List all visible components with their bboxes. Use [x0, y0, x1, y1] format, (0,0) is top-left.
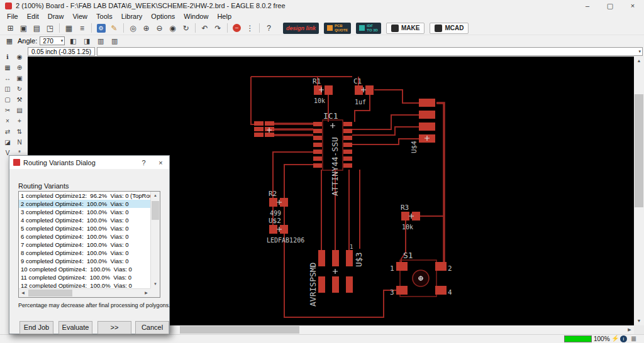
cancel-button[interactable]: Cancel: [135, 321, 169, 334]
change-tool-button[interactable]: ⚒: [14, 94, 25, 104]
layer-stack-icon[interactable]: ≣: [631, 335, 636, 343]
menu-window[interactable]: Window: [179, 13, 213, 20]
display-pair-button-1[interactable]: ▥: [95, 36, 106, 46]
cut-tool-button[interactable]: ✂: [2, 105, 13, 115]
redraw-button[interactable]: ↻: [179, 22, 192, 34]
open-button[interactable]: ⊞: [4, 22, 17, 34]
list-horizontal-scrollbar[interactable]: ◀ ▶: [19, 288, 150, 297]
zoom-in-button[interactable]: ⊕: [140, 22, 153, 34]
group-tool-button[interactable]: ▢: [2, 94, 13, 104]
name-tool-button[interactable]: N: [14, 137, 25, 147]
canvas-vertical-scrollbar[interactable]: ▲ ▼: [634, 57, 644, 325]
scroll-right-icon[interactable]: ▶: [142, 289, 150, 297]
list-rows: 1 completed Optimize12: 96.2% Vias: 0 (T…: [19, 192, 150, 288]
redo-button[interactable]: ↷: [211, 22, 225, 34]
list-vertical-scrollbar[interactable]: ▲ ▼: [150, 192, 160, 288]
grid-toggle-button[interactable]: ▦: [4, 36, 15, 46]
dialog-help-button[interactable]: ?: [135, 156, 152, 169]
list-item[interactable]: 6 completed Optimize4: 100.0% Vias: 0: [19, 232, 150, 241]
design-link-button[interactable]: design link: [283, 23, 319, 34]
lock-tool-button[interactable]: ◪: [2, 137, 13, 147]
paste-tool-button[interactable]: ▤: [14, 105, 25, 115]
vertical-scroll-thumb[interactable]: [635, 94, 643, 207]
end-job-button[interactable]: End Job: [19, 321, 53, 334]
command-input[interactable]: ▾: [97, 47, 643, 56]
drc-button[interactable]: ⚙: [94, 22, 108, 34]
maximize-button[interactable]: ▢: [599, 0, 621, 11]
show-tool-button[interactable]: ◉: [14, 52, 25, 62]
rotate-tool-button[interactable]: ↻: [14, 84, 25, 94]
minimize-button[interactable]: –: [576, 0, 599, 11]
idf-to-3d-button[interactable]: IDF TO 3D: [356, 23, 381, 34]
menu-help[interactable]: Help: [213, 13, 236, 20]
list-item[interactable]: 9 completed Optimize4: 100.0% Vias: 0: [19, 257, 150, 265]
highlight-button[interactable]: ✎: [108, 22, 121, 34]
forward-button[interactable]: >>: [97, 321, 131, 334]
undo-button[interactable]: ↶: [198, 22, 211, 34]
scroll-down-icon[interactable]: ▼: [151, 280, 160, 288]
close-button[interactable]: ×: [621, 0, 644, 11]
layer-settings-button[interactable]: ≡: [75, 22, 89, 34]
list-item[interactable]: 11 completed Optimize4: 100.0% Vias: 0: [19, 273, 150, 281]
export-image-button[interactable]: ◳: [43, 22, 57, 34]
list-item-selected[interactable]: 2 completed Optimize4: 100.0% Vias: 0: [19, 200, 150, 208]
scroll-up-icon[interactable]: ▲: [151, 192, 160, 200]
zoom-out-button[interactable]: ⊖: [153, 22, 166, 34]
angle-select[interactable]: 270 ▾: [40, 36, 65, 45]
dialog-title-bar[interactable]: Routing Variants Dialog ? ×: [9, 156, 169, 169]
mirror-tool-button[interactable]: ◫: [2, 84, 13, 94]
menu-tools[interactable]: Tools: [92, 13, 117, 20]
move-tool-button[interactable]: ↔: [2, 73, 13, 83]
stop-button[interactable]: –: [230, 22, 243, 34]
list-item[interactable]: 7 completed Optimize4: 100.0% Vias: 0: [19, 241, 150, 249]
zoom-select-button[interactable]: ◉: [166, 22, 179, 34]
display-pair-button-2[interactable]: ▥: [109, 36, 120, 46]
list-item[interactable]: 4 completed Optimize4: 100.0% Vias: 0: [19, 216, 150, 224]
list-item[interactable]: 3 completed Optimize4: 100.0% Vias: 0: [19, 208, 150, 216]
scroll-down-icon[interactable]: ▼: [634, 317, 644, 325]
make-button[interactable]: MAKE: [386, 23, 425, 34]
pinswap-tool-button[interactable]: ⇄: [2, 126, 13, 136]
status-info-icon[interactable]: i: [620, 335, 627, 342]
grid-button[interactable]: ▦: [62, 22, 75, 34]
list-item[interactable]: 10 completed Optimize4: 100.0% Vias: 0: [19, 265, 150, 273]
help-button[interactable]: ?: [262, 22, 275, 34]
scroll-right-icon[interactable]: ▶: [625, 325, 634, 334]
copy-tool-button[interactable]: ▣: [14, 73, 25, 83]
replace-tool-button[interactable]: ⇅: [14, 126, 25, 136]
u4-label: U$4: [410, 141, 418, 153]
list-horizontal-thumb[interactable]: [28, 290, 72, 297]
list-item[interactable]: 1 completed Optimize12: 96.2% Vias: 0 (T…: [19, 192, 150, 200]
add-tool-button[interactable]: +: [14, 116, 25, 126]
dialog-close-button[interactable]: ×: [152, 156, 169, 169]
mark-tool-button[interactable]: ⊕: [14, 62, 25, 72]
menu-draw[interactable]: Draw: [43, 13, 69, 20]
print-button[interactable]: ▤: [30, 22, 43, 34]
autorouter-flash-icon[interactable]: ⚡: [611, 335, 619, 342]
display-tool-button[interactable]: ▦: [2, 62, 13, 72]
evaluate-button[interactable]: Evaluate: [58, 321, 92, 334]
options-dots-button[interactable]: ⋮: [243, 22, 257, 34]
menu-edit[interactable]: Edit: [23, 13, 43, 20]
zoom-fit-button[interactable]: ◎: [126, 22, 140, 34]
mcad-button[interactable]: MCAD: [430, 23, 469, 34]
pcb-quote-button[interactable]: PCB QUOTE: [324, 23, 351, 34]
delete-tool-button[interactable]: ×: [2, 116, 13, 126]
horizontal-scroll-thumb[interactable]: [180, 326, 299, 334]
info-tool-button[interactable]: ℹ: [2, 52, 13, 62]
separator: [259, 23, 260, 33]
menu-options[interactable]: Options: [147, 13, 179, 20]
menu-file[interactable]: File: [3, 13, 23, 20]
list-vertical-thumb[interactable]: [152, 201, 159, 220]
menu-library[interactable]: Library: [117, 13, 147, 20]
layers-icon: ≡: [80, 24, 84, 33]
menu-view[interactable]: View: [68, 13, 92, 20]
save-button[interactable]: ▣: [17, 22, 30, 34]
list-item[interactable]: 8 completed Optimize4: 100.0% Vias: 0: [19, 249, 150, 257]
scroll-left-icon[interactable]: ◀: [19, 289, 27, 297]
scroll-up-icon[interactable]: ▲: [634, 57, 644, 65]
list-item[interactable]: 5 completed Optimize4: 100.0% Vias: 0: [19, 224, 150, 232]
wire-bend-button-2[interactable]: ◨: [81, 36, 92, 46]
list-item[interactable]: 12 completed Optimize4: 100.0% Vias: 0: [19, 281, 150, 288]
wire-bend-button-1[interactable]: ◧: [67, 36, 79, 46]
